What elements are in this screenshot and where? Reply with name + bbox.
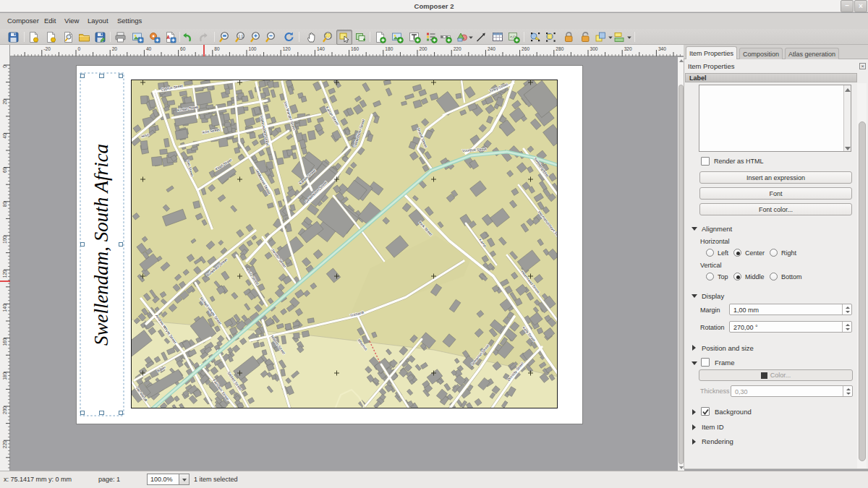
svg-text:100: 100 [249, 46, 257, 51]
svg-text:60: 60 [2, 167, 7, 173]
svg-text:A: A [166, 35, 170, 40]
svg-text:220: 220 [2, 440, 7, 448]
svg-text:60: 60 [180, 46, 186, 51]
svg-text:140: 140 [2, 304, 7, 312]
svg-text:160: 160 [351, 46, 359, 51]
svg-text:160: 160 [2, 338, 7, 346]
svg-text:200: 200 [420, 46, 427, 51]
svg-text:280: 280 [556, 46, 563, 51]
svg-text:40: 40 [2, 133, 7, 139]
svg-text:80: 80 [2, 201, 7, 207]
svg-text:-20: -20 [43, 46, 51, 51]
svg-text:0: 0 [2, 65, 7, 68]
svg-text:140: 140 [317, 46, 325, 51]
svg-text:80: 80 [214, 46, 220, 51]
svg-text:260: 260 [522, 46, 529, 51]
svg-text:240: 240 [488, 46, 495, 51]
svg-text:0: 0 [78, 46, 81, 51]
svg-text:120: 120 [283, 46, 291, 51]
svg-text:300: 300 [590, 46, 598, 51]
svg-text:20: 20 [112, 46, 118, 51]
svg-text:100: 100 [2, 236, 7, 244]
svg-text:220: 220 [454, 46, 461, 51]
svg-text:180: 180 [2, 372, 7, 380]
svg-text:200: 200 [2, 406, 7, 414]
svg-text:180: 180 [385, 46, 393, 51]
svg-text:20: 20 [2, 99, 7, 105]
svg-text:120: 120 [2, 270, 7, 278]
svg-text:1:1: 1:1 [239, 35, 244, 38]
svg-text:40: 40 [146, 46, 152, 51]
svg-text:340: 340 [658, 46, 666, 51]
svg-text:320: 320 [624, 46, 632, 51]
